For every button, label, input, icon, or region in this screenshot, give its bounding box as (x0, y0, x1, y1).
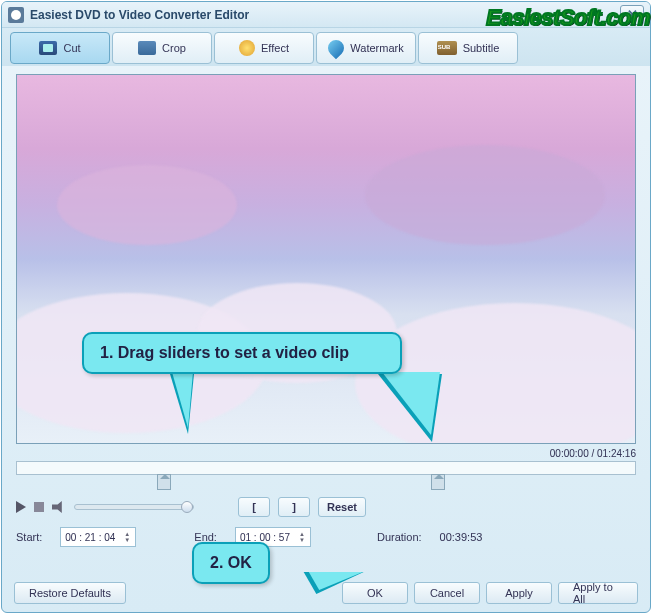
reset-button[interactable]: Reset (318, 497, 366, 517)
subtitle-icon (437, 41, 457, 55)
play-button[interactable] (16, 501, 26, 513)
duration-value: 00:39:53 (440, 531, 483, 543)
cut-icon (39, 41, 57, 55)
start-time-input[interactable]: 00 : 21 : 04 ▲▼ (60, 527, 136, 547)
annotation-2: 2. OK (192, 542, 270, 584)
apply-to-all-button[interactable]: Apply to All (558, 582, 638, 604)
editor-window: Easiest DVD to Video Converter Editor ✕ … (1, 1, 651, 613)
total-time: 01:24:16 (597, 448, 636, 459)
stop-button[interactable] (34, 502, 44, 512)
apply-button[interactable]: Apply (486, 582, 552, 604)
tab-label: Effect (261, 42, 289, 54)
tab-label: Cut (63, 42, 80, 54)
tab-crop[interactable]: Crop (112, 32, 212, 64)
video-preview (16, 74, 636, 444)
end-slider[interactable] (431, 474, 445, 490)
set-start-button[interactable]: [ (238, 497, 270, 517)
start-slider[interactable] (157, 474, 171, 490)
set-end-button[interactable]: ] (278, 497, 310, 517)
tab-label: Crop (162, 42, 186, 54)
time-display: 00:00:00 / 01:24:16 (16, 446, 636, 461)
volume-icon (52, 501, 66, 513)
clip-track[interactable] (16, 461, 636, 475)
crop-icon (138, 41, 156, 55)
app-icon (8, 7, 24, 23)
cancel-button[interactable]: Cancel (414, 582, 480, 604)
tab-subtitle[interactable]: Subtitle (418, 32, 518, 64)
annotation-1: 1. Drag sliders to set a video clip (82, 332, 402, 374)
playback-controls: [ ] Reset (16, 497, 636, 517)
duration-label: Duration: (377, 531, 422, 543)
start-value: 00 : 21 : 04 (65, 532, 115, 543)
tab-watermark[interactable]: Watermark (316, 32, 416, 64)
spin-down-icon[interactable]: ▼ (298, 537, 306, 543)
tab-label: Watermark (350, 42, 403, 54)
start-label: Start: (16, 531, 42, 543)
volume-slider[interactable] (74, 504, 194, 510)
tab-cut[interactable]: Cut (10, 32, 110, 64)
tab-label: Subtitle (463, 42, 500, 54)
effect-icon (239, 40, 255, 56)
spin-down-icon[interactable]: ▼ (123, 537, 131, 543)
tab-effect[interactable]: Effect (214, 32, 314, 64)
site-watermark: EasiestSoft.com (486, 8, 650, 28)
preview-content (17, 75, 635, 443)
watermark-icon (325, 37, 348, 60)
current-time: 00:00:00 (550, 448, 589, 459)
restore-defaults-button[interactable]: Restore Defaults (14, 582, 126, 604)
volume-thumb[interactable] (181, 501, 193, 513)
end-value: 01 : 00 : 57 (240, 532, 290, 543)
tab-bar: Cut Crop Effect Watermark Subtitle (2, 28, 650, 66)
time-range-row: Start: 00 : 21 : 04 ▲▼ End: 01 : 00 : 57… (16, 527, 636, 547)
